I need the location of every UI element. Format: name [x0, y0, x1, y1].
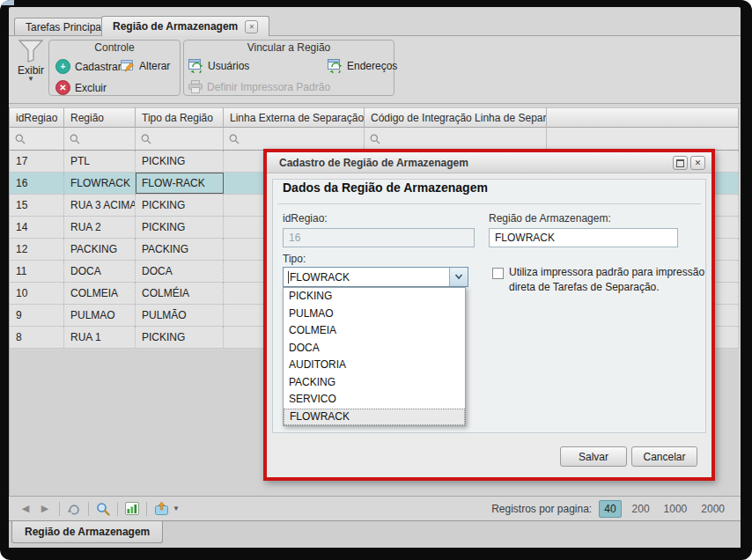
- tipo-label: Tipo:: [283, 253, 306, 265]
- dropdown-item[interactable]: FLOWRACK: [284, 409, 465, 426]
- column-header[interactable]: idRegiao: [10, 107, 64, 128]
- regiao-label: Região de Armazenagem:: [489, 212, 611, 225]
- chevron-down-icon[interactable]: ▼: [173, 505, 180, 512]
- group-controle-title: Controle: [49, 41, 180, 55]
- dropdown-item[interactable]: AUDITORIA: [284, 357, 465, 374]
- ribbon-toolbar: Exibir ▼ Controle + Cadastrar Alterar ✕ …: [9, 36, 741, 104]
- grid-cell[interactable]: 14: [10, 217, 64, 238]
- regiao-field[interactable]: FLOWRACK: [489, 228, 678, 247]
- usuarios-label: Usuários: [208, 60, 249, 72]
- dropdown-item[interactable]: PICKING: [284, 288, 465, 306]
- tipo-combobox[interactable]: FLOWRACK: [283, 267, 468, 287]
- dialog-title: Cadastro de Região de Armazenagem: [279, 157, 468, 169]
- page-size-option[interactable]: 2000: [697, 501, 728, 517]
- refresh-icon[interactable]: [66, 501, 82, 517]
- registros-label: Registros por pagina:: [491, 503, 592, 515]
- cadastrar-label: Cadastrar: [75, 61, 122, 73]
- next-page-icon[interactable]: ▶: [37, 501, 53, 517]
- idregiao-field: 16: [283, 228, 475, 247]
- export-upload-icon[interactable]: [153, 501, 169, 517]
- impressora-checkbox-label: Utiliza impressora padrão para impressão…: [509, 265, 710, 295]
- search-icon[interactable]: [95, 501, 111, 517]
- dropdown-item[interactable]: PACKING: [284, 374, 465, 392]
- exibir-filter-button[interactable]: Exibir ▼: [11, 38, 51, 100]
- cadastrar-button[interactable]: + Cadastrar: [55, 59, 122, 74]
- grid-cell[interactable]: 8: [10, 327, 64, 348]
- dropdown-item[interactable]: SERVICO: [284, 391, 465, 409]
- grid-cell[interactable]: 10: [10, 283, 64, 304]
- regiao-value: FLOWRACK: [495, 232, 555, 244]
- grid-header-row: idRegiaoRegiãoTipo da RegiãoLinha Extern…: [10, 107, 739, 128]
- page-size-option[interactable]: 200: [629, 501, 653, 517]
- column-header[interactable]: Tipo da Região: [136, 107, 224, 128]
- grid-cell[interactable]: 17: [10, 151, 64, 172]
- tipo-dropdown-list: PICKINGPULMAOCOLMEIADOCAAUDITORIAPACKING…: [283, 287, 466, 426]
- grid-cell[interactable]: PICKING: [136, 217, 224, 238]
- combo-dropdown-button[interactable]: [449, 268, 468, 286]
- grid-cell[interactable]: FLOW-RACK: [136, 173, 224, 194]
- dropdown-item[interactable]: DOCA: [284, 340, 465, 357]
- grid-cell[interactable]: FLOWRACK: [64, 173, 136, 194]
- group-controle: Controle + Cadastrar Alterar ✕ Excluir: [48, 40, 181, 96]
- grid-cell[interactable]: 9: [10, 305, 64, 326]
- cadastro-dialog: Cadastro de Região de Armazenagem ✕ Dado…: [263, 149, 715, 481]
- maximize-button[interactable]: [673, 156, 688, 170]
- filter-cell[interactable]: [365, 128, 547, 150]
- grid-cell[interactable]: PTL: [64, 151, 136, 172]
- excluir-button[interactable]: ✕ Excluir: [55, 80, 107, 95]
- grid-cell[interactable]: 16: [10, 173, 64, 194]
- grid-cell[interactable]: 15: [10, 195, 64, 216]
- grid-cell[interactable]: RUA 3 ACIMA: [64, 195, 136, 216]
- cancelar-label: Cancelar: [643, 451, 685, 463]
- chevron-down-icon: [454, 274, 463, 280]
- usuarios-button[interactable]: Usuários: [188, 59, 249, 73]
- column-header[interactable]: Linha Externa de Separação: [224, 107, 365, 128]
- edit-pencil-icon: [121, 59, 135, 72]
- impressora-checkbox[interactable]: [492, 268, 504, 279]
- grid-cell[interactable]: COLMÉIA: [136, 283, 224, 304]
- page-size-option[interactable]: 1000: [660, 501, 691, 517]
- grid-cell[interactable]: PICKING: [136, 195, 224, 216]
- enderecos-button[interactable]: Endereços: [328, 59, 397, 73]
- filter-cell[interactable]: [64, 128, 136, 150]
- tab-close-icon[interactable]: ✕: [245, 20, 258, 33]
- grid-cell[interactable]: COLMEIA: [64, 283, 136, 304]
- grid-cell[interactable]: PACKING: [64, 239, 136, 260]
- grid-cell[interactable]: PACKING: [136, 239, 224, 260]
- printer-icon: [188, 80, 203, 93]
- grid-cell[interactable]: PULMÃO: [136, 305, 224, 326]
- tab-regiao-de-armazenagem[interactable]: Região de Armazenagem ✕: [101, 16, 269, 36]
- dialog-section-title: Dados da Região de Armazenagem: [283, 181, 488, 195]
- filter-cell[interactable]: [10, 128, 64, 150]
- filter-cell[interactable]: [136, 128, 224, 150]
- toolbar-separator: [59, 502, 60, 516]
- page-size-option[interactable]: 40: [599, 500, 621, 518]
- close-button[interactable]: ✕: [690, 156, 705, 170]
- dropdown-item[interactable]: PULMAO: [284, 306, 465, 323]
- section-divider: [277, 203, 701, 204]
- dialog-titlebar[interactable]: Cadastro de Região de Armazenagem ✕: [267, 152, 711, 173]
- grid-cell[interactable]: PICKING: [136, 327, 224, 348]
- grid-cell[interactable]: 12: [10, 239, 64, 260]
- export-excel-icon[interactable]: [124, 501, 140, 517]
- idregiao-label: idRegiao:: [283, 212, 328, 225]
- idregiao-value: 16: [289, 232, 300, 244]
- alterar-button[interactable]: Alterar: [121, 59, 170, 72]
- toolbar-separator: [117, 502, 118, 516]
- bottom-toolbar: ◀ ▶: [9, 496, 741, 520]
- grid-cell[interactable]: RUA 1: [64, 327, 136, 348]
- cancelar-button[interactable]: Cancelar: [631, 446, 697, 467]
- grid-cell[interactable]: RUA 2: [64, 217, 136, 238]
- column-header[interactable]: Região: [64, 107, 136, 128]
- grid-cell[interactable]: DOCA: [136, 261, 224, 282]
- dropdown-item[interactable]: COLMEIA: [284, 322, 465, 340]
- grid-cell[interactable]: 11: [10, 261, 64, 282]
- filter-cell[interactable]: [224, 128, 365, 150]
- column-header[interactable]: Código de Integração Linha de Separ...: [365, 107, 547, 128]
- prev-page-icon[interactable]: ◀: [18, 501, 33, 517]
- grid-cell[interactable]: PICKING: [136, 151, 224, 172]
- salvar-button[interactable]: Salvar: [560, 446, 627, 467]
- grid-cell[interactable]: DOCA: [64, 261, 136, 282]
- bottom-tab-regiao[interactable]: Região de Armazenagem: [11, 521, 163, 543]
- grid-cell[interactable]: PULMAO: [64, 305, 136, 326]
